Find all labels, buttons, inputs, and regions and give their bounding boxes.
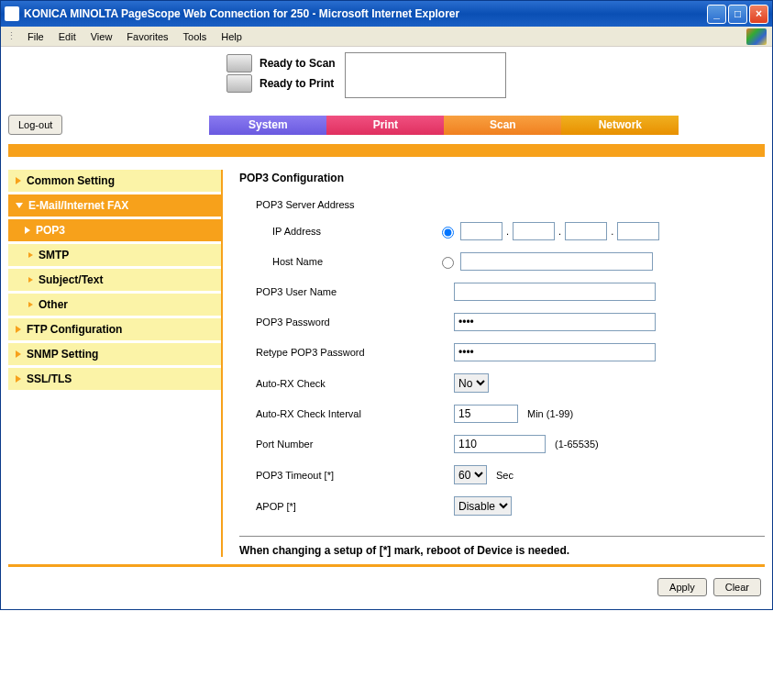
host-name-input[interactable] (460, 252, 653, 271)
label-auto-rx: Auto-RX Check (239, 378, 454, 389)
label-host-name: Host Name (239, 256, 437, 267)
apply-button[interactable]: Apply (657, 578, 707, 596)
menu-file[interactable]: File (20, 29, 51, 44)
windows-flag-icon (746, 28, 767, 45)
label-retype-password: Retype POP3 Password (239, 347, 454, 358)
menu-favorites[interactable]: Favorites (119, 29, 175, 44)
label-user-name: POP3 User Name (239, 286, 454, 297)
page-heading: POP3 Configuration (239, 172, 765, 184)
radio-host-name[interactable] (442, 257, 454, 269)
menu-tools[interactable]: Tools (176, 29, 215, 44)
ip-oct-2[interactable] (513, 222, 555, 240)
sidebar-ftp[interactable]: FTP Configuration (8, 318, 221, 340)
orange-separator (8, 144, 765, 157)
window-title: KONICA MINOLTA PageScope Web Connection … (24, 7, 459, 20)
separator (239, 536, 765, 537)
menu-grip-icon: ⋮ (6, 30, 17, 42)
sidebar-ssl[interactable]: SSL/TLS (8, 368, 221, 390)
ie-window: KONICA MINOLTA PageScope Web Connection … (0, 0, 773, 610)
lcd-panel (345, 52, 506, 98)
auto-rx-select[interactable]: No (454, 373, 489, 393)
ready-print-label: Ready to Print (260, 77, 334, 90)
tab-print[interactable]: Print (326, 116, 444, 135)
ip-oct-1[interactable] (460, 222, 502, 240)
scanner-icon (226, 54, 252, 72)
menu-view[interactable]: View (83, 29, 120, 44)
close-button[interactable]: × (749, 5, 768, 24)
label-port: Port Number (239, 439, 454, 450)
ip-oct-4[interactable] (617, 222, 659, 240)
maximize-button[interactable]: □ (728, 5, 747, 24)
hint-port: (1-65535) (555, 439, 599, 450)
tab-network[interactable]: Network (561, 116, 679, 135)
ie-icon (5, 6, 19, 21)
menu-edit[interactable]: Edit (51, 29, 83, 44)
sidebar-smtp[interactable]: SMTP (8, 244, 221, 266)
sidebar: Common Setting E-Mail/Internet FAX POP3 … (8, 170, 221, 557)
label-ip-address: IP Address (239, 226, 437, 237)
sidebar-subject[interactable]: Subject/Text (8, 269, 221, 291)
sidebar-pop3[interactable]: POP3 (8, 219, 221, 241)
user-name-input[interactable] (454, 283, 656, 301)
label-password: POP3 Password (239, 317, 454, 328)
bottom-orange-bar (8, 564, 765, 567)
hint-timeout: Sec (496, 470, 513, 481)
tab-scan[interactable]: Scan (444, 116, 561, 135)
timeout-select[interactable]: 60 (454, 465, 487, 484)
label-apop: APOP [*] (239, 501, 454, 512)
printer-icon (226, 74, 252, 93)
apop-select[interactable]: Disable (454, 496, 512, 516)
logout-button[interactable]: Log-out (8, 115, 62, 135)
retype-password-input[interactable] (454, 343, 656, 361)
sidebar-email-fax[interactable]: E-Mail/Internet FAX (8, 194, 221, 217)
titlebar: KONICA MINOLTA PageScope Web Connection … (1, 1, 772, 27)
port-input[interactable] (454, 435, 546, 453)
page-content: Ready to Scan Ready to Print Log-out Sys… (1, 47, 772, 609)
sidebar-snmp[interactable]: SNMP Setting (8, 343, 221, 365)
clear-button[interactable]: Clear (713, 578, 761, 596)
menu-help[interactable]: Help (214, 29, 249, 44)
menubar: ⋮ File Edit View Favorites Tools Help (1, 27, 772, 47)
main-panel: POP3 Configuration POP3 Server Address I… (221, 170, 765, 557)
label-server-address: POP3 Server Address (239, 199, 454, 210)
radio-ip-address[interactable] (442, 227, 454, 239)
label-auto-rx-interval: Auto-RX Check Interval (239, 408, 454, 419)
sidebar-common[interactable]: Common Setting (8, 170, 221, 192)
minimize-button[interactable]: _ (707, 5, 726, 24)
reboot-note: When changing a setup of [*] mark, reboo… (239, 544, 765, 557)
sidebar-other[interactable]: Other (8, 294, 221, 316)
password-input[interactable] (454, 313, 656, 331)
label-timeout: POP3 Timeout [*] (239, 470, 454, 481)
tab-system[interactable]: System (209, 116, 326, 135)
ready-scan-label: Ready to Scan (260, 57, 336, 70)
hint-interval: Min (1-99) (527, 408, 573, 419)
auto-rx-interval-input[interactable] (454, 405, 518, 423)
ip-oct-3[interactable] (565, 222, 607, 240)
